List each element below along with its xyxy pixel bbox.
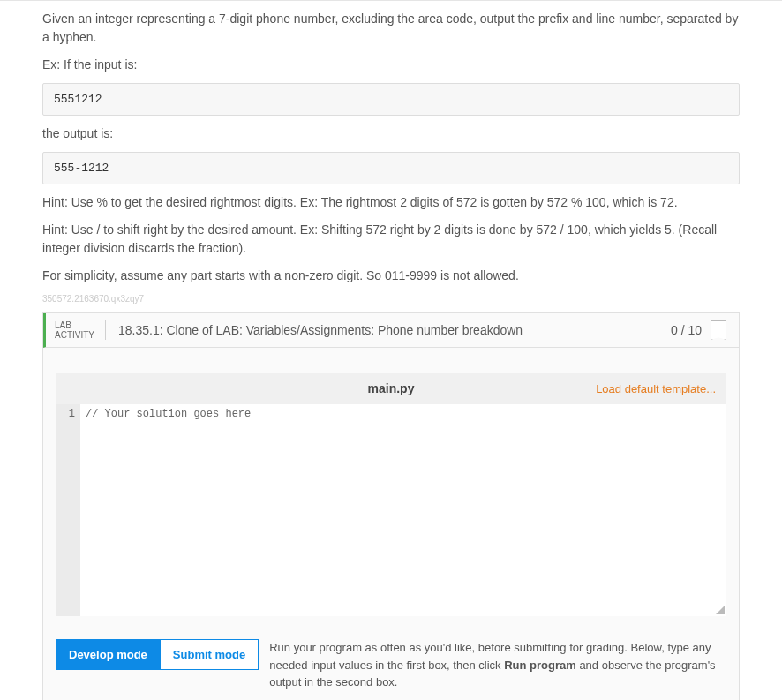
lab-tag-line2: ACTIVITY — [55, 330, 94, 340]
hint-2: Hint: Use / to shift right by the desire… — [42, 221, 740, 258]
lab-activity-box: LAB ACTIVITY 18.35.1: Clone of LAB: Vari… — [42, 312, 740, 700]
code-content[interactable]: // Your solution goes here — [80, 404, 726, 616]
example-output-label: the output is: — [42, 124, 740, 143]
problem-statement: Given an integer representing a 7-digit … — [42, 10, 740, 47]
code-editor-textarea[interactable]: 1 // Your solution goes here — [56, 404, 726, 616]
lab-score: 0 / 10 — [671, 323, 702, 337]
mode-desc-bold: Run program — [504, 659, 576, 672]
lab-header: LAB ACTIVITY 18.35.1: Clone of LAB: Vari… — [43, 313, 739, 348]
example-output-code: 555-1212 — [42, 152, 740, 184]
editor-filename: main.py — [368, 381, 415, 395]
develop-mode-button[interactable]: Develop mode — [56, 639, 161, 670]
mode-description: Run your program as often as you'd like,… — [269, 639, 726, 691]
line-number-gutter: 1 — [56, 404, 80, 616]
lab-title: 18.35.1: Clone of LAB: Variables/Assignm… — [106, 323, 671, 337]
load-default-template-link[interactable]: Load default template... — [596, 382, 726, 395]
simplicity-note: For simplicity, assume any part starts w… — [42, 267, 740, 285]
line-number-1: 1 — [56, 408, 75, 420]
example-input-code: 5551212 — [42, 83, 740, 116]
resize-handle-icon[interactable] — [716, 606, 725, 614]
code-editor: main.py Load default template... 1 // Yo… — [56, 373, 726, 616]
bookmark-icon — [711, 320, 726, 340]
hint-1: Hint: Use % to get the desired rightmost… — [42, 193, 740, 212]
example-input-label: Ex: If the input is: — [42, 56, 740, 74]
lab-tag: LAB ACTIVITY — [55, 320, 106, 340]
lab-tag-line1: LAB — [55, 320, 94, 330]
watermark-id: 350572.2163670.qx3zqy7 — [42, 294, 740, 304]
submit-mode-button[interactable]: Submit mode — [161, 639, 259, 670]
mode-toggle: Develop mode Submit mode — [56, 639, 259, 670]
